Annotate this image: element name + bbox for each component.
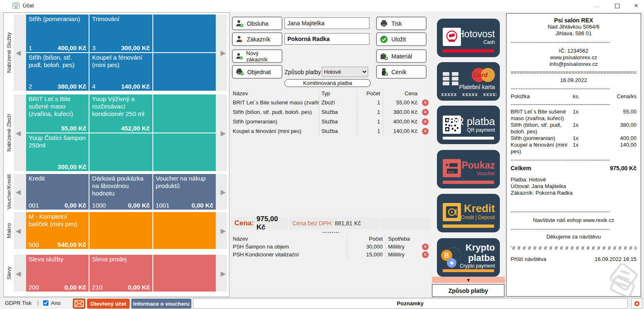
close-button[interactable]: × [629,1,643,11]
zakaznik-input[interactable] [285,33,369,45]
delete-item-icon[interactable]: ✕ [422,128,429,135]
receipt-item: Koupel a fénování (mini pes) 1x 140,00 [511,142,637,155]
tile-price: 0,00 Kč [65,284,87,291]
catalog-tile[interactable]: Sleva služby 2000,00 Kč [26,255,89,292]
obsluha-button[interactable]: Obsluha [232,17,282,30]
catalog-tile[interactable]: Dárková poukázka na libovolnou hodnotu 1… [89,174,152,210]
payment-tile-qr[interactable]: QR platba QR payment [437,106,500,144]
payment-tile-credit[interactable]: Kredit Credit | Deposit [437,194,500,232]
tisk-label: Tisk [391,20,402,27]
scroll-right-icon[interactable]: ▶ [221,188,226,196]
envelope-button[interactable] [73,299,85,309]
receipt-shop-name: Psí salon REX [511,17,637,24]
ulozit-button[interactable]: Uložit [376,32,427,46]
tisk-button[interactable]: Tisk [376,17,427,30]
scroll-down-strip[interactable]: ▼ [432,277,505,283]
zakaznik-button[interactable]: Zákazník [232,32,282,46]
catalog-tile[interactable]: Střih (pomeranian) 1400,00 Kč [26,14,89,52]
category-slevy: Slevy ◀ Sleva služby 2000,00 Kč Sleva pr… [4,255,229,292]
person-add-icon [236,52,243,60]
receipt-address: Jihlava, 586 01 [511,30,637,37]
delete-item-icon[interactable]: ✕ [422,109,429,116]
scroll-left-icon[interactable]: ◀ [16,129,21,137]
zakaznik-label: Zákazník [247,36,270,43]
catalog-tile-empty[interactable] [153,212,216,249]
catalog-tile-empty[interactable] [89,133,152,171]
payment-method-select[interactable]: Hotově [322,67,368,77]
delete-item-icon[interactable]: ✕ [422,99,429,106]
delete-consumption-icon[interactable]: ✕ [422,244,429,250]
zpusob-platby-button[interactable]: Způsob platby [432,284,504,297]
tile-number: 4 [92,83,95,90]
scroll-left-icon[interactable]: ◀ [16,49,21,57]
material-label: Materiál [391,53,412,60]
payment-tile-crypto[interactable]: B ◆ Krypto platba Crypto payment [437,238,500,277]
tile-name: Yuup Výživný a rozčesávací kondicionér 2… [89,94,152,118]
catalog-tile[interactable]: Voucher na nákup produktů 10010,00 Kč [153,174,216,210]
box-add-icon [380,52,388,60]
obsluha-input[interactable] [285,17,369,29]
tile-price: 0,00 Kč [128,202,150,209]
catalog-tile[interactable]: BRIT Let´s Bite sušené maso (zvařina, ku… [26,94,89,133]
catalog-tile[interactable]: Koupel a fénování (mini pes) 4140,00 Kč [89,53,152,91]
minimize-button[interactable]: — [589,1,603,11]
catalog-tile-empty[interactable] [153,255,216,292]
delete-consumption-icon[interactable]: ✕ [422,251,429,258]
splitter-handle[interactable]: ......... [322,228,340,234]
tile-name: Kredit [26,174,89,182]
payment-tile-cash[interactable]: Hotovost Cash [437,19,500,57]
catalog-tile[interactable]: Yuup Výživný a rozčesávací kondicionér 2… [89,94,152,133]
novy-zakaznik-button[interactable]: Nový zákazník [232,49,282,63]
receipt-separator: ----------------------------------------… [511,101,637,107]
consumption-row[interactable]: PSH Kondicionér vitalizační 15,000 Milil… [231,251,431,258]
catalog-tile[interactable]: Yuup Čistící šampon 250ml 300,00 Kč [26,133,89,171]
payment-tile-card[interactable]: Card Platební karta xxxxx xxxxx xxxxx [437,62,500,101]
scroll-right-icon[interactable]: ▶ [221,49,226,57]
maximize-icon [615,4,620,8]
scroll-right-icon[interactable]: ▶ [221,227,226,234]
catalog-tile[interactable]: M - Kompletní balíček (mini pes) 500540,… [26,212,89,249]
catalog-tile-empty[interactable] [153,14,216,52]
catalog-tile[interactable]: Kredit 0010,00 Kč [26,174,89,210]
item-row[interactable]: Střih (pomeranian) Služba 1 400,00 Kč ✕ [231,117,431,126]
scroll-left-icon[interactable]: ◀ [16,188,21,196]
tab-open-bill[interactable]: Otevřený účet [87,299,130,309]
tile-name: Koupel a fénování (mini pes) [89,53,152,69]
scroll-right-icon[interactable]: ▶ [221,129,226,137]
catalog-tile[interactable]: Trimování 3300,00 Kč [89,14,152,52]
scroll-left-icon[interactable]: ◀ [16,227,21,234]
catalog-tile-empty[interactable] [89,212,152,249]
notes-field[interactable]: Poznámky [193,298,627,309]
tile-price: 300,00 Kč [121,44,150,51]
receipt-separator: ----------------------------------------… [511,209,637,215]
consumption-row[interactable]: PSH Šampon na objem 30,000 Mililitry ✕ [231,243,431,251]
objednat-button[interactable]: Objednat [232,65,282,79]
delete-item-icon[interactable]: ✕ [422,118,429,125]
receipt-separator: ----------------------------------------… [511,86,637,92]
chevron-down-icon: ▼ [466,278,471,282]
catalog-tile-empty[interactable] [153,94,216,133]
maximize-button[interactable] [610,1,624,11]
catalog-tile-empty[interactable] [153,133,216,171]
tile-number: 2 [29,83,32,90]
catalog-tile[interactable]: Sleva prodej 2100,00 Kč [89,255,152,292]
item-row[interactable]: Střih (bišon, stř. pudl, boloň. pes) Slu… [231,107,431,117]
item-row[interactable]: Koupel a fénování (mini pes) Služba 1 14… [231,126,431,136]
catalog-tile-empty[interactable] [153,53,216,91]
tile-number: 1001 [156,202,169,209]
material-button[interactable]: Materiál [376,49,427,63]
cenik-button[interactable]: Ceník [376,65,427,79]
tab-voucher-info[interactable]: Informace o voucheru [131,299,191,309]
kombinovana-platba-button[interactable]: Kombinovaná platba [285,79,371,87]
printer-icon [380,19,388,27]
scroll-right-icon[interactable]: ▶ [221,269,226,277]
payment-title: Kredit [464,203,495,214]
tile-price: 400,00 Kč [58,44,86,51]
payment-tile-voucher[interactable]: Poukaz Voucher [437,150,500,188]
window-title: Účet [23,2,34,9]
gdpr-checkbox[interactable] [43,300,48,306]
scroll-left-icon[interactable]: ◀ [16,269,21,277]
settings-button[interactable] [631,298,642,309]
catalog-tile[interactable]: Střih (bišon, stř. pudl, boloň. pes) 238… [26,53,89,91]
item-row[interactable]: BRIT Let´s Bite sušené maso (zvařin... Z… [231,98,431,107]
